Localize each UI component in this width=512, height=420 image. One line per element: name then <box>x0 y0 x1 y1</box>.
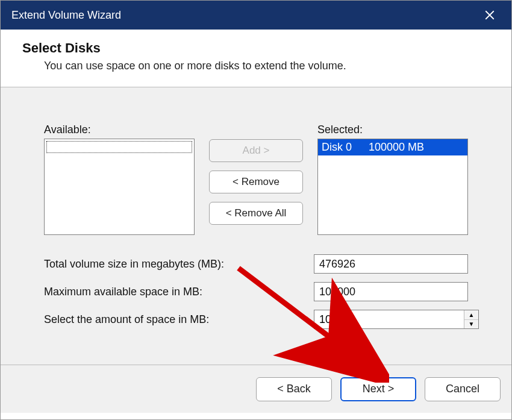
list-item-size: 100000 MB <box>369 141 424 154</box>
amount-spinner[interactable]: ▲ ▼ <box>314 310 479 329</box>
selected-listbox[interactable]: Disk 0 100000 MB <box>317 139 468 235</box>
spinner-down-button[interactable]: ▼ <box>464 320 478 329</box>
window-title: Extend Volume Wizard <box>11 9 121 22</box>
available-label: Available: <box>44 124 195 136</box>
max-space-label: Maximum available space in MB: <box>44 286 314 298</box>
list-item-disk: Disk 0 <box>322 141 352 154</box>
list-item[interactable]: Disk 0 100000 MB <box>318 139 467 155</box>
total-size-label: Total volume size in megabytes (MB): <box>44 258 314 271</box>
cancel-button[interactable]: Cancel <box>425 377 501 401</box>
remove-button[interactable]: < Remove <box>209 171 303 193</box>
close-icon <box>484 10 495 20</box>
wizard-footer: < Back Next > Cancel <box>1 365 511 413</box>
listbox-focus-row <box>46 141 192 153</box>
add-button: Add > <box>209 139 303 162</box>
amount-input[interactable] <box>314 310 464 328</box>
page-title: Select Disks <box>22 40 490 56</box>
close-button[interactable] <box>479 4 501 26</box>
page-subtitle: You can use space on one or more disks t… <box>22 60 490 72</box>
next-button[interactable]: Next > <box>340 377 416 401</box>
spinner-up-button[interactable]: ▲ <box>464 310 478 320</box>
selected-label: Selected: <box>317 124 468 136</box>
total-size-field <box>314 254 468 274</box>
wizard-header: Select Disks You can use space on one or… <box>1 30 511 87</box>
available-listbox[interactable] <box>44 139 195 235</box>
wizard-content: Available: Add > < Remove < Remove All S… <box>1 87 511 365</box>
amount-label: Select the amount of space in MB: <box>44 313 314 326</box>
back-button[interactable]: < Back <box>256 377 332 401</box>
remove-all-button[interactable]: < Remove All <box>209 202 303 225</box>
titlebar: Extend Volume Wizard <box>1 1 511 30</box>
max-space-field <box>314 282 468 301</box>
